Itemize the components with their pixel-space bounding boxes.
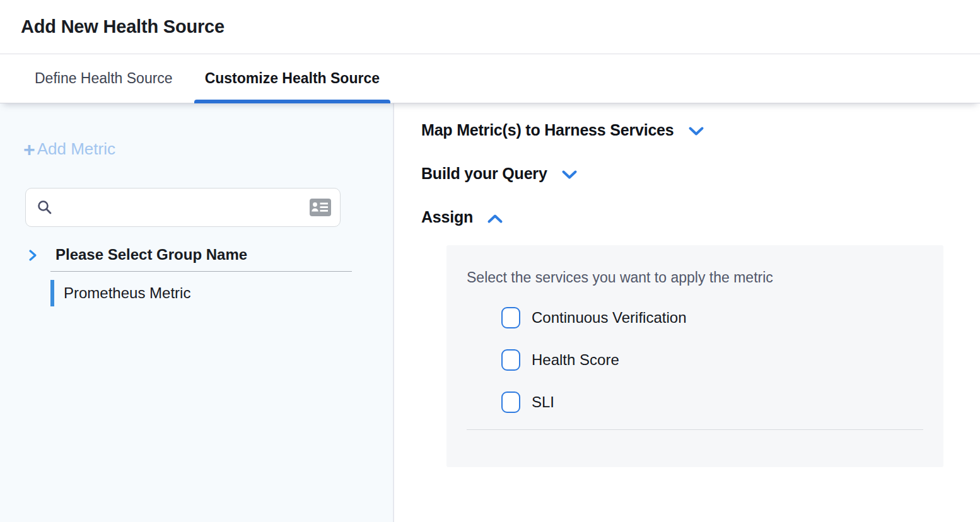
sli-label: SLI (532, 393, 554, 411)
tab-bar: Define Health Source Customize Health So… (0, 54, 980, 103)
chevron-right-icon[interactable] (28, 248, 38, 262)
page-title: Add New Health Source (21, 16, 225, 37)
assign-panel-title: Select the services you want to apply th… (467, 269, 923, 286)
tab-customize-label: Customize Health Source (205, 70, 380, 87)
group-name-label: Please Select Group Name (55, 246, 247, 264)
add-metric-button[interactable]: + Add Metric (23, 139, 115, 159)
group-divider (50, 271, 352, 272)
section-map-metrics-title: Map Metric(s) to Harness Services (421, 121, 674, 139)
section-assign-title: Assign (421, 208, 473, 226)
tab-define-label: Define Health Source (35, 70, 173, 87)
tab-customize-health-source[interactable]: Customize Health Source (194, 54, 390, 103)
option-sli: SLI (501, 392, 923, 413)
section-map-metrics[interactable]: Map Metric(s) to Harness Services (421, 121, 704, 139)
assign-panel: Select the services you want to apply th… (446, 245, 943, 467)
customize-main-panel: Map Metric(s) to Harness Services Build … (394, 103, 980, 522)
chevron-up-icon[interactable] (487, 213, 503, 224)
plus-icon: + (23, 141, 35, 158)
metric-search-box[interactable] (25, 188, 341, 227)
search-icon (37, 199, 53, 216)
health-score-checkbox[interactable] (501, 349, 520, 371)
health-score-label: Health Score (532, 351, 619, 369)
assign-divider (467, 429, 923, 430)
metric-item-label: Prometheus Metric (64, 284, 190, 302)
section-build-query[interactable]: Build your Query (421, 165, 578, 183)
tab-define-health-source[interactable]: Define Health Source (24, 54, 184, 103)
section-assign[interactable]: Assign (421, 208, 503, 226)
continuous-verification-checkbox[interactable] (501, 307, 520, 328)
selected-indicator-bar (50, 280, 54, 306)
card-list-icon[interactable] (310, 199, 331, 216)
metric-sidebar: + Add Metric (0, 103, 394, 522)
option-health-score: Health Score (501, 349, 923, 371)
metric-list-item-prometheus[interactable]: Prometheus Metric (50, 280, 393, 306)
metric-group-row[interactable]: Please Select Group Name (25, 246, 393, 264)
dialog-header: Add New Health Source (0, 0, 980, 54)
option-continuous-verification: Continuous Verification (501, 307, 923, 328)
active-tab-indicator (194, 100, 390, 103)
content-area: + Add Metric (0, 103, 980, 522)
continuous-verification-label: Continuous Verification (532, 309, 686, 327)
chevron-down-icon[interactable] (688, 126, 704, 137)
add-metric-label: Add Metric (37, 139, 115, 159)
search-input[interactable] (61, 199, 310, 216)
section-build-query-title: Build your Query (421, 165, 547, 183)
sli-checkbox[interactable] (501, 392, 520, 413)
chevron-down-icon[interactable] (561, 170, 578, 180)
